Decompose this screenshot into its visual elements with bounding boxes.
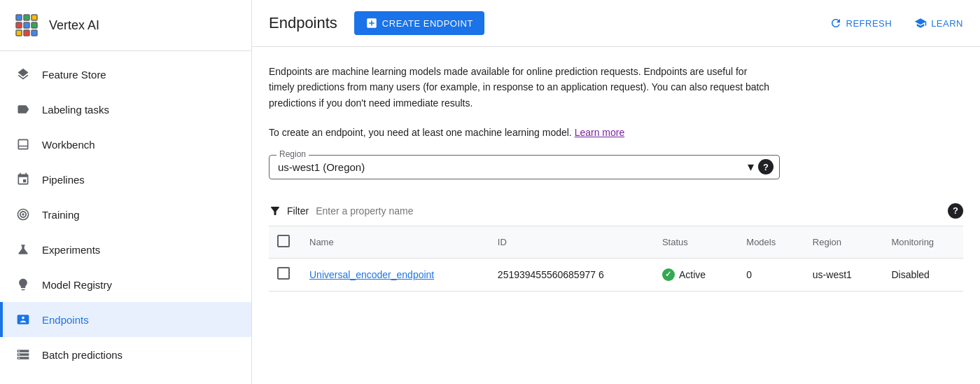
sidebar-item-label: Batch predictions bbox=[42, 349, 239, 361]
create-endpoint-button[interactable]: CREATE ENDPOINT bbox=[354, 11, 484, 35]
sidebar-item-label: Endpoints bbox=[42, 314, 239, 326]
row-models-cell: 0 bbox=[735, 258, 802, 291]
vertex-ai-logo bbox=[13, 11, 41, 39]
training-icon bbox=[15, 207, 31, 222]
description-text: Endpoints are machine learning models ma… bbox=[269, 64, 773, 111]
filter-bar: Filter ? bbox=[269, 196, 963, 226]
table-container: Name ID Status Models Region Monitoring bbox=[269, 226, 963, 292]
sidebar: Vertex AI Feature Store Labeling tasks W… bbox=[0, 0, 252, 384]
label-icon bbox=[15, 102, 31, 117]
svg-rect-8 bbox=[24, 30, 29, 36]
sidebar-item-pipelines[interactable]: Pipelines bbox=[0, 162, 251, 197]
sidebar-item-label: Labeling tasks bbox=[42, 104, 239, 116]
refresh-label: REFRESH bbox=[846, 18, 892, 29]
svg-rect-3 bbox=[31, 15, 37, 20]
experiments-icon bbox=[15, 242, 31, 257]
svg-rect-2 bbox=[24, 15, 29, 20]
learn-button[interactable]: LEARN bbox=[914, 17, 963, 29]
region-label: Region bbox=[276, 149, 309, 159]
app-title: Vertex AI bbox=[49, 18, 99, 33]
plus-icon bbox=[365, 17, 378, 29]
endpoints-icon bbox=[15, 312, 31, 327]
svg-rect-9 bbox=[31, 30, 37, 36]
filter-input[interactable] bbox=[316, 205, 941, 217]
sidebar-nav: Feature Store Labeling tasks Workbench P… bbox=[0, 51, 251, 378]
svg-rect-6 bbox=[31, 22, 37, 28]
sidebar-item-feature-store[interactable]: Feature Store bbox=[0, 57, 251, 92]
sidebar-item-label: Training bbox=[42, 209, 239, 221]
sidebar-item-endpoints[interactable]: Endpoints bbox=[0, 302, 251, 337]
sidebar-item-training[interactable]: Training bbox=[0, 197, 251, 232]
col-header-monitoring: Monitoring bbox=[880, 226, 963, 259]
row-status-cell: ✓ Active bbox=[651, 258, 735, 291]
svg-rect-7 bbox=[16, 30, 22, 36]
col-header-status: Status bbox=[651, 226, 735, 259]
col-header-models: Models bbox=[735, 226, 802, 259]
dropdown-arrow-icon: ▾ bbox=[748, 159, 754, 174]
col-header-region: Region bbox=[802, 226, 881, 259]
row-name-cell: Universal_encoder_endpoint bbox=[298, 258, 486, 291]
pipelines-icon bbox=[15, 172, 31, 187]
svg-rect-1 bbox=[16, 15, 22, 20]
row-region-cell: us-west1 bbox=[802, 258, 881, 291]
learn-icon bbox=[914, 17, 927, 29]
endpoint-name-link[interactable]: Universal_encoder_endpoint bbox=[309, 269, 434, 280]
model-registry-icon bbox=[15, 277, 31, 292]
filter-icon: Filter bbox=[269, 205, 309, 217]
table-header-row: Name ID Status Models Region Monitoring bbox=[269, 226, 963, 259]
table-row: Universal_encoder_endpoint 2519394555606… bbox=[269, 258, 963, 291]
batch-predictions-icon bbox=[15, 347, 31, 362]
sidebar-item-label: Feature Store bbox=[42, 69, 239, 81]
active-status-icon: ✓ bbox=[662, 268, 675, 281]
sidebar-item-label: Experiments bbox=[42, 244, 239, 256]
content-area: Endpoints are machine learning models ma… bbox=[252, 47, 980, 384]
layers-icon bbox=[15, 67, 31, 82]
sidebar-item-batch-predictions[interactable]: Batch predictions bbox=[0, 337, 251, 372]
sidebar-item-label: Pipelines bbox=[42, 174, 239, 186]
page-title: Endpoints bbox=[269, 14, 337, 32]
region-select[interactable]: Region us-west1 (Oregon) ▾ ? bbox=[269, 155, 780, 179]
learn-more-text: To create an endpoint, you need at least… bbox=[269, 125, 773, 140]
refresh-icon bbox=[830, 17, 842, 29]
row-checkbox-cell[interactable] bbox=[269, 258, 298, 291]
select-all-checkbox[interactable] bbox=[277, 235, 290, 247]
col-header-id: ID bbox=[486, 226, 651, 259]
filter-label: Filter bbox=[287, 205, 309, 217]
filter-help-icon[interactable]: ? bbox=[948, 203, 963, 219]
learn-more-link[interactable]: Learn more bbox=[575, 127, 625, 138]
status-active: ✓ Active bbox=[662, 268, 724, 281]
sidebar-item-experiments[interactable]: Experiments bbox=[0, 232, 251, 267]
create-button-label: CREATE ENDPOINT bbox=[382, 18, 473, 29]
col-header-name: Name bbox=[298, 226, 486, 259]
sidebar-item-model-registry[interactable]: Model Registry bbox=[0, 267, 251, 302]
region-help-icon[interactable]: ? bbox=[758, 159, 774, 174]
sidebar-header: Vertex AI bbox=[0, 0, 251, 51]
workbench-icon bbox=[15, 137, 31, 152]
row-id-cell: 251939455560685977 6 bbox=[486, 258, 651, 291]
filter-lines-icon bbox=[269, 205, 281, 217]
region-container: Region us-west1 (Oregon) ▾ ? bbox=[269, 155, 780, 179]
row-checkbox[interactable] bbox=[277, 267, 290, 280]
svg-rect-4 bbox=[16, 22, 22, 28]
endpoints-table: Name ID Status Models Region Monitoring bbox=[269, 226, 963, 292]
sidebar-item-label: Workbench bbox=[42, 139, 239, 151]
refresh-button[interactable]: REFRESH bbox=[830, 17, 892, 29]
main-content: Endpoints CREATE ENDPOINT REFRESH LEARN … bbox=[252, 0, 980, 384]
region-value: us-west1 (Oregon) bbox=[278, 161, 365, 173]
sidebar-item-labeling-tasks[interactable]: Labeling tasks bbox=[0, 92, 251, 127]
select-all-checkbox-header[interactable] bbox=[269, 226, 298, 259]
sidebar-item-workbench[interactable]: Workbench bbox=[0, 127, 251, 162]
learn-label: LEARN bbox=[931, 18, 963, 29]
sidebar-item-label: Model Registry bbox=[42, 279, 239, 291]
svg-rect-5 bbox=[24, 22, 29, 28]
svg-point-10 bbox=[22, 213, 24, 215]
row-monitoring-cell: Disabled bbox=[880, 258, 963, 291]
main-header: Endpoints CREATE ENDPOINT REFRESH LEARN bbox=[252, 0, 980, 47]
